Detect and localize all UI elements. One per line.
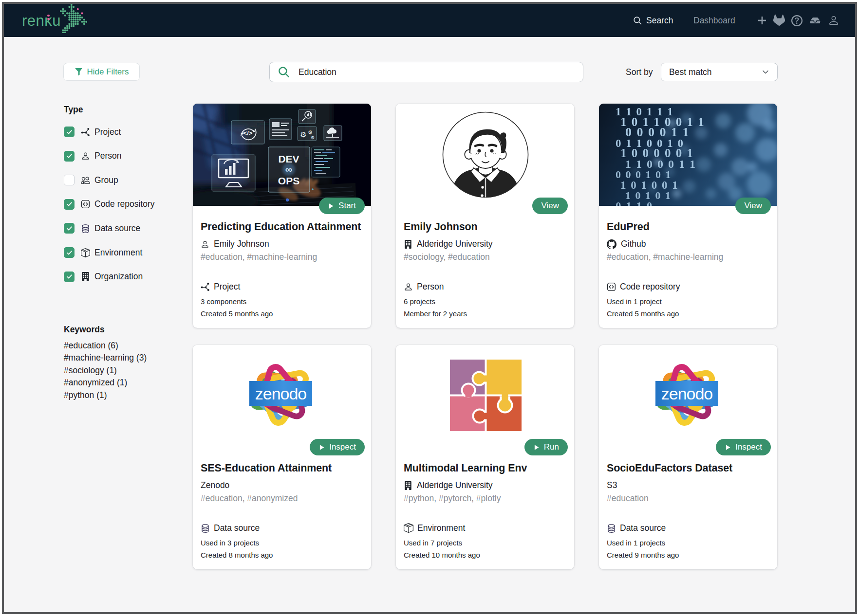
card-meta-date: Created 9 months ago [607, 551, 769, 559]
card-keywords: #education, #anonymized [201, 493, 363, 504]
card-meta-count: Used in 7 projects [404, 539, 566, 547]
filter-label: Person [94, 151, 121, 161]
card-meta-count: 6 projects [404, 297, 566, 306]
card-action-button[interactable]: Start [319, 198, 365, 214]
project-icon [80, 127, 90, 137]
renku-pink-dots [47, 15, 50, 20]
keyword-item[interactable]: #python (1) [64, 390, 107, 400]
svg-text:⚙: ⚙ [311, 135, 315, 140]
project-icon [201, 282, 210, 291]
card-title: EduPred [607, 221, 769, 233]
svg-text:</>: </> [243, 129, 253, 137]
card-type: Code repository [607, 281, 769, 292]
svg-text:zenodo: zenodo [255, 384, 307, 403]
card-title: SES-Education Attainment [201, 462, 363, 474]
play-icon [328, 203, 334, 209]
type-heading: Type [64, 105, 83, 115]
person-icon [201, 240, 209, 249]
card-meta-count: Used in 1 projects [607, 539, 769, 547]
filter-code-repository[interactable]: Code repository [64, 199, 155, 210]
devops-ops-text: OPS [278, 175, 299, 186]
result-card[interactable]: 1 1 0 1 1 11 0 1 1 0 0 1 10 0 0 0 1 10 1… [599, 104, 777, 328]
filter-person[interactable]: Person [64, 151, 121, 162]
filter-data-source[interactable]: Data source [64, 223, 140, 234]
code-repository-icon [607, 282, 616, 291]
search-icon [633, 16, 642, 25]
checkbox-checked[interactable] [64, 151, 75, 162]
nav-search-link[interactable]: Search [633, 4, 673, 37]
nav-dashboard-link[interactable]: Dashboard [693, 4, 735, 37]
gitlab-icon[interactable] [773, 4, 785, 37]
sort-select[interactable]: Best match [661, 63, 778, 81]
card-title: Emily Johnson [404, 221, 566, 233]
user-icon[interactable] [828, 4, 840, 37]
devops-infinity-glyph: ∞ [285, 164, 292, 175]
checkbox-checked[interactable] [64, 127, 75, 137]
people-icon [80, 176, 90, 185]
renku-wordmark: renĸu [22, 13, 61, 28]
result-card[interactable]: zenodo InspectSocioEduFactors DatasetS3#… [599, 345, 777, 569]
checkbox-checked[interactable] [64, 247, 75, 258]
play-icon [318, 444, 325, 451]
filter-organization[interactable]: Organization [64, 272, 143, 282]
checkbox-unchecked[interactable] [64, 175, 75, 185]
filter-group[interactable]: Group [64, 175, 118, 185]
renku-logo[interactable]: renĸu [22, 4, 87, 37]
card-keywords: #education, #machine-learning [607, 252, 769, 262]
result-card[interactable]: ViewEmily JohnsonAlderidge University#so… [396, 104, 574, 328]
card-keywords: #education, #machine-learning [201, 252, 363, 262]
card-action-button[interactable]: Inspect [310, 439, 365, 455]
database-icon [80, 224, 90, 233]
card-type: Data source [201, 523, 363, 533]
card-subtitle: Alderidge University [404, 480, 566, 490]
person-icon [404, 282, 413, 291]
filter-label: Group [94, 175, 118, 185]
card-meta-count: 3 components [201, 297, 363, 306]
help-icon[interactable] [791, 4, 803, 37]
funnel-icon [75, 68, 83, 76]
plus-icon[interactable] [757, 4, 767, 37]
checkbox-checked[interactable] [64, 199, 75, 210]
card-meta-count: Used in 1 project [607, 297, 769, 306]
inbox-icon[interactable] [809, 4, 821, 37]
card-title: SocioEduFactors Dataset [607, 462, 769, 474]
devops-dev-text: DEV [278, 153, 299, 164]
card-keywords: #python, #pytorch, #plotly [404, 493, 566, 504]
keyword-item[interactable]: #anonymized (1) [64, 378, 127, 388]
filter-project[interactable]: Project [64, 127, 121, 137]
card-title: Multimodal Learning Env [404, 462, 566, 474]
card-action-button[interactable]: Run [524, 439, 568, 455]
card-image-zenodo: zenodo [599, 345, 777, 447]
hide-filters-button[interactable]: Hide Filters [63, 63, 140, 81]
card-keywords: #sociology, #education [404, 252, 566, 262]
sort-by-label: Sort by [626, 67, 656, 77]
card-subtitle: Alderidge University [404, 239, 566, 249]
card-keywords: #education [607, 493, 769, 504]
keyword-item[interactable]: #education (6) [64, 341, 118, 351]
play-icon [533, 444, 540, 451]
card-meta-date: Created 8 months ago [201, 551, 363, 559]
search-input[interactable] [299, 67, 561, 77]
database-icon [201, 524, 210, 533]
card-subtitle: Github [607, 239, 769, 249]
card-action-button[interactable]: View [532, 198, 568, 214]
result-card[interactable]: RunMultimodal Learning EnvAlderidge Univ… [396, 345, 574, 569]
checkbox-checked[interactable] [64, 223, 75, 234]
search-icon [278, 66, 290, 78]
card-type: Project [201, 281, 363, 292]
keyword-item[interactable]: #sociology (1) [64, 365, 117, 376]
results-grid: DEV ∞ OPS </> [193, 104, 777, 569]
result-card[interactable]: zenodo InspectSES-Education AttainmentZe… [193, 345, 371, 569]
filter-label: Organization [94, 272, 143, 282]
card-subtitle: Zenodo [201, 480, 363, 490]
renku-gecko-icon [59, 3, 87, 33]
filter-environment[interactable]: Environment [64, 247, 142, 258]
card-type: Environment [404, 523, 566, 533]
card-action-button[interactable]: Inspect [716, 439, 771, 455]
box-icon [404, 523, 413, 533]
card-action-button[interactable]: View [735, 198, 771, 214]
checkbox-checked[interactable] [64, 272, 75, 282]
result-card[interactable]: DEV ∞ OPS </> [193, 104, 371, 328]
keyword-item[interactable]: #machine-learning (3) [64, 353, 147, 363]
svg-text:zenodo: zenodo [661, 384, 713, 403]
